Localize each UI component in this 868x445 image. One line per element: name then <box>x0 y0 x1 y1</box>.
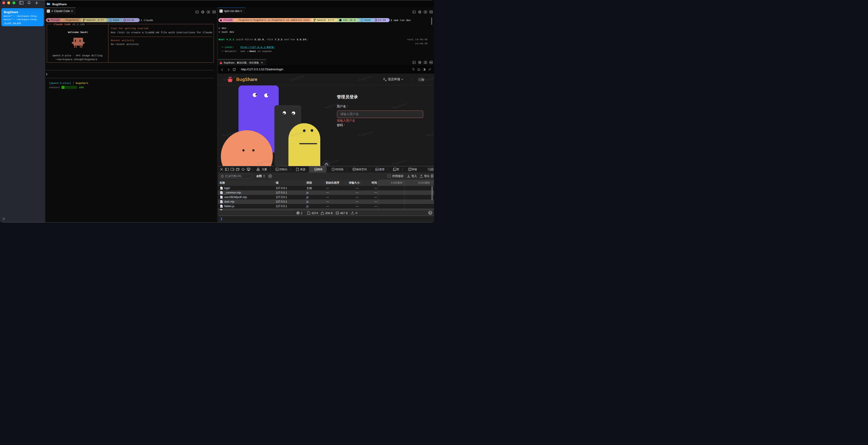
svg-text:JS: JS <box>221 192 223 194</box>
svg-text:JS: JS <box>221 197 223 198</box>
svg-text:<>: <> <box>221 188 222 189</box>
svg-text:JS: JS <box>221 206 223 207</box>
svg-text:JS: JS <box>221 201 223 203</box>
